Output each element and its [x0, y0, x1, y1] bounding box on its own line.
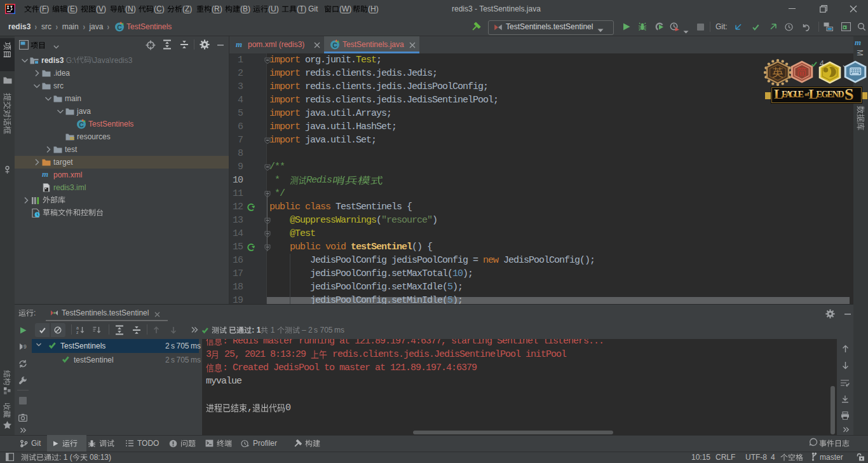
svg-text:EGEND: EGEND	[817, 90, 844, 99]
svg-text:S: S	[844, 85, 853, 104]
svg-text:z: z	[76, 330, 79, 334]
svg-text:a: a	[76, 326, 79, 330]
svg-text:C: C	[332, 41, 337, 49]
svg-text:9: 9	[24, 343, 27, 350]
svg-text:C: C	[117, 24, 122, 31]
svg-text:C: C	[79, 121, 84, 128]
svg-text:EAGUE: EAGUE	[782, 90, 804, 99]
